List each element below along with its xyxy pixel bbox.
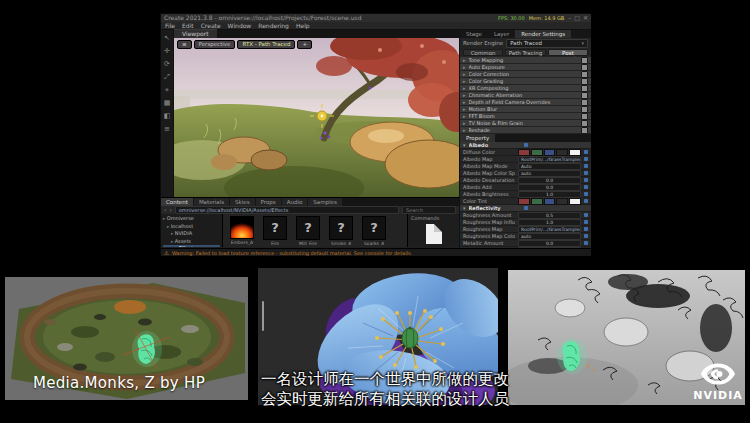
asset-thumbnail[interactable]: ? Fire (262, 216, 288, 245)
property-row[interactable]: Albedo Desaturation 0.0 (460, 177, 591, 184)
camera-selector[interactable]: Perspective (194, 40, 236, 49)
content-tab[interactable]: Props (256, 198, 281, 206)
tool-icon[interactable]: ⤢ (164, 73, 170, 81)
menu-item[interactable]: Create (201, 22, 221, 29)
enable-checkbox[interactable] (581, 64, 588, 71)
right-panel-tab[interactable]: Stage (460, 30, 488, 38)
link-icon[interactable] (584, 150, 588, 154)
tree-item[interactable]: localhost (163, 223, 220, 231)
tool-icon[interactable]: ≡ (164, 125, 170, 133)
menu-item[interactable]: Window (228, 22, 252, 29)
post-processing-row[interactable]: ▸ FFT Bloom (460, 113, 591, 120)
tool-icon[interactable]: ✛ (164, 47, 170, 55)
tool-icon[interactable]: ⟳ (164, 60, 170, 68)
renderer-dropdown[interactable]: Path Traced ▾ (506, 39, 588, 48)
minimize-button[interactable]: – (568, 14, 571, 22)
menu-item[interactable]: Rendering (258, 22, 289, 29)
post-processing-row[interactable]: ▸ Chromatic Aberration (460, 92, 591, 99)
asset-thumbnail[interactable]: ? Mill_Fire (295, 216, 321, 245)
property-row[interactable]: Albedo Add 0.0 (460, 184, 591, 191)
menu-item[interactable]: Edit (182, 22, 194, 29)
asset-thumbnail[interactable]: ? Smoke_A (328, 216, 354, 245)
link-icon[interactable] (584, 220, 588, 224)
document-icon[interactable] (426, 224, 442, 244)
enable-checkbox[interactable] (581, 113, 588, 120)
enable-checkbox[interactable] (581, 78, 588, 85)
property-row[interactable]: Diffuse Color (460, 149, 591, 156)
green-channel-chip[interactable] (531, 198, 543, 205)
tab-viewport[interactable]: Viewport (174, 29, 217, 38)
render-mode-button[interactable]: Common (463, 49, 503, 56)
content-tab[interactable]: Skies (230, 198, 254, 206)
tab-property[interactable]: Property (460, 134, 495, 142)
content-tab[interactable]: Samples (308, 198, 342, 206)
property-row[interactable]: Albedo Map Mode Auto (460, 163, 591, 170)
tool-icon[interactable]: ◧ (164, 112, 171, 120)
right-panel-tab[interactable]: Render Settings (515, 30, 571, 38)
link-icon[interactable] (584, 164, 588, 168)
property-row[interactable]: Roughness Map Influence 1.0 (460, 219, 591, 226)
link-icon[interactable] (524, 143, 528, 147)
content-tab[interactable]: Audio (282, 198, 308, 206)
enable-checkbox[interactable] (581, 127, 588, 134)
enable-checkbox[interactable] (581, 120, 588, 127)
link-icon[interactable] (584, 213, 588, 217)
right-panel-tab[interactable]: Layer (488, 30, 515, 38)
tree-item[interactable]: NVIDIA (163, 230, 220, 238)
post-processing-row[interactable]: ▸ Auto Exposure (460, 64, 591, 71)
enable-checkbox[interactable] (581, 85, 588, 92)
property-row[interactable]: Albedo Map RootPrim/.../GrassTrampled_A.… (460, 156, 591, 163)
enable-checkbox[interactable] (581, 106, 588, 113)
render-mode-button[interactable]: Path Tracing (505, 49, 545, 56)
forward-icon[interactable]: › (169, 206, 171, 214)
enable-checkbox[interactable] (581, 57, 588, 64)
render-mode-button[interactable]: Post Processing (548, 49, 588, 56)
asset-thumbnail[interactable]: Embers_A (229, 216, 255, 245)
enable-checkbox[interactable] (581, 71, 588, 78)
viewport-3d[interactable]: ≡ Perspective RTX - Path Traced + (174, 38, 459, 197)
link-icon[interactable] (584, 171, 588, 175)
viewport-menu-button[interactable]: ≡ (177, 40, 192, 49)
green-channel-chip[interactable] (531, 149, 543, 156)
color-swatch[interactable] (569, 198, 581, 205)
enable-checkbox[interactable] (581, 99, 588, 106)
link-icon[interactable] (584, 241, 588, 245)
close-button[interactable]: ✕ (583, 14, 588, 22)
tree-item[interactable]: Omniverse (163, 215, 220, 223)
tool-icon[interactable]: ⌖ (165, 86, 169, 94)
property-row[interactable]: Metallic Amount 0.0 (460, 240, 591, 247)
content-tab[interactable]: Content (161, 198, 193, 206)
window-titlebar[interactable]: Create 2021.3.8 - omniverse://localhost/… (161, 14, 591, 22)
tool-icon[interactable]: ↖ (164, 34, 170, 42)
property-row[interactable]: Color Tint (460, 198, 591, 205)
link-icon[interactable] (584, 185, 588, 189)
content-tab[interactable]: Materials (194, 198, 229, 206)
post-processing-row[interactable]: ▸ Depth of Field Camera Overrides (460, 99, 591, 106)
red-channel-chip[interactable] (518, 149, 530, 156)
alpha-channel-chip[interactable] (556, 149, 568, 156)
renderer-selector[interactable]: RTX - Path Traced (237, 40, 295, 49)
red-channel-chip[interactable] (518, 198, 530, 205)
tree-item[interactable]: Assets (163, 238, 220, 246)
post-processing-row[interactable]: ▸ Color Grading (460, 78, 591, 85)
asset-thumbnail[interactable]: ? Sparks_A (361, 216, 387, 245)
path-input[interactable]: omniverse://localhost/NVIDIA/Assets/Effe… (175, 206, 399, 214)
tool-icon[interactable]: ▦ (164, 99, 171, 107)
tree-item[interactable]: Effects (163, 245, 220, 247)
link-icon[interactable] (584, 157, 588, 161)
property-row[interactable]: Albedo Map Color Space auto (460, 170, 591, 177)
viewport-add-button[interactable]: + (297, 40, 312, 49)
enable-checkbox[interactable] (581, 92, 588, 99)
blue-channel-chip[interactable] (544, 149, 556, 156)
link-icon[interactable] (584, 199, 588, 203)
menu-item[interactable]: File (165, 22, 175, 29)
post-processing-row[interactable]: ▸ Reshade (460, 127, 591, 134)
search-input[interactable]: Search (402, 206, 456, 214)
color-channel-chips[interactable] (518, 198, 581, 205)
alpha-channel-chip[interactable] (556, 198, 568, 205)
link-icon[interactable] (524, 206, 528, 210)
link-icon[interactable] (584, 178, 588, 182)
post-processing-row[interactable]: ▸ TV Noise & Film Grain (460, 120, 591, 127)
maximize-button[interactable]: □ (574, 14, 580, 22)
link-icon[interactable] (584, 192, 588, 196)
